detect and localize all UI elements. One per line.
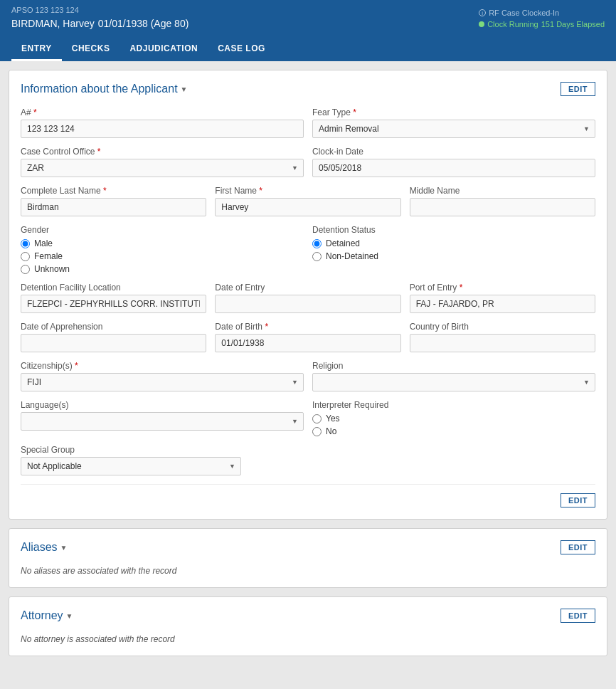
languages-select[interactable] [21, 412, 304, 431]
citizenships-group: Citizenship(s) * FIJI [21, 361, 304, 391]
country-of-birth-label: Country of Birth [410, 322, 595, 332]
date-of-apprehension-label: Date of Apprehension [21, 322, 206, 332]
special-group-select[interactable]: Not Applicable [21, 457, 241, 475]
languages-group: Language(s) [21, 400, 304, 436]
religion-select-wrapper [312, 373, 595, 391]
a-number-group: A# * [21, 107, 304, 138]
middle-name-label: Middle Name [410, 186, 595, 196]
gender-radio-group: Male Female Unknown [21, 237, 304, 274]
case-control-office-group: Case Control Office * ZAR [21, 147, 304, 177]
fear-type-select-wrapper: Admin Removal [312, 120, 595, 138]
last-name-label: Complete Last Name * [21, 186, 206, 196]
middle-name-group: Middle Name [410, 186, 595, 216]
info-icon: i [479, 9, 486, 16]
attorney-section-header: Attorney ▼ EDIT [21, 609, 595, 623]
aliases-section-header: Aliases ▼ EDIT [21, 540, 595, 554]
applicant-section: Information about the Applicant ▼ EDIT A… [9, 70, 607, 520]
nav-adjudication[interactable]: ADJUDICATION [120, 38, 208, 61]
attorney-empty-note: No attorney is associated with the recor… [21, 634, 595, 644]
apso-number: APSO 123 123 124 [11, 6, 188, 14]
attorney-caret-icon: ▼ [66, 612, 73, 620]
country-of-birth-group: Country of Birth [410, 322, 595, 352]
case-control-select[interactable]: ZAR [21, 159, 304, 177]
applicant-edit-button-bottom[interactable]: EDIT [561, 493, 595, 507]
detention-detained[interactable]: Detained [312, 238, 595, 248]
gender-unknown[interactable]: Unknown [21, 264, 304, 274]
aliases-section: Aliases ▼ EDIT No aliases are associated… [9, 528, 607, 588]
applicant-edit-button[interactable]: EDIT [561, 82, 595, 96]
clock-in-date-group: Clock-in Date [312, 147, 595, 177]
port-of-entry-input[interactable] [410, 295, 595, 313]
interpreter-required-label: Interpreter Required [312, 400, 595, 410]
last-name-input[interactable] [21, 198, 206, 216]
rf-case-label: i RF Case Clocked-In [479, 9, 605, 17]
languages-label: Language(s) [21, 400, 304, 410]
nav-entry[interactable]: ENTRY [11, 38, 62, 61]
middle-name-input[interactable] [410, 198, 595, 216]
main-nav: ENTRY CHECKS ADJUDICATION CASE LOG [11, 38, 605, 61]
date-of-entry-group: Date of Entry [215, 283, 400, 313]
citizenships-label: Citizenship(s) * [21, 361, 304, 371]
applicant-bottom-edit: EDIT [21, 484, 595, 507]
interpreter-required-group: Interpreter Required Yes No [312, 400, 595, 436]
a-number-input[interactable] [21, 120, 304, 138]
port-of-entry-label: Port of Entry * [410, 283, 595, 293]
date-of-apprehension-group: Date of Apprehension [21, 322, 206, 352]
interpreter-radio-group: Yes No [312, 412, 595, 436]
religion-group: Religion [312, 361, 595, 391]
fear-type-select[interactable]: Admin Removal [312, 120, 595, 138]
detention-non-detained[interactable]: Non-Detained [312, 251, 595, 261]
attorney-edit-button[interactable]: EDIT [561, 609, 595, 623]
citizenships-select[interactable]: FIJI [21, 373, 304, 391]
last-name-group: Complete Last Name * [21, 186, 206, 216]
gender-group: Gender Male Female Unknown [21, 225, 304, 274]
aliases-caret-icon: ▼ [60, 544, 68, 552]
country-of-birth-input[interactable] [410, 334, 595, 352]
case-control-office-label: Case Control Office * [21, 147, 304, 157]
applicant-section-header: Information about the Applicant ▼ EDIT [21, 82, 595, 96]
dob-age: 01/01/1938 (Age 80) [98, 18, 189, 29]
date-of-entry-input[interactable] [215, 295, 400, 313]
clock-in-date-input[interactable] [312, 159, 595, 177]
clock-icon [479, 21, 484, 27]
date-of-birth-label: Date of Birth * [215, 322, 400, 332]
detention-facility-label: Detention Facility Location [21, 283, 206, 293]
fear-type-label: Fear Type * [312, 107, 595, 117]
nav-case-log[interactable]: CASE LOG [208, 38, 275, 61]
first-name-label: First Name * [215, 186, 400, 196]
port-of-entry-group: Port of Entry * [410, 283, 595, 313]
clock-status: Clock Running 151 Days Elapsed [479, 20, 605, 28]
detention-facility-group: Detention Facility Location [21, 283, 206, 313]
citizenships-select-wrapper: FIJI [21, 373, 304, 391]
gender-label: Gender [21, 225, 304, 235]
gender-female[interactable]: Female [21, 251, 304, 261]
detention-status-label: Detention Status [312, 225, 595, 235]
header: APSO 123 123 124 BIRDMAN, Harvey 01/01/1… [0, 0, 616, 61]
attorney-section-title: Attorney ▼ [21, 609, 73, 622]
detention-status-group: Detention Status Detained Non-Detained [312, 225, 595, 274]
caret-icon: ▼ [181, 85, 188, 93]
special-group-group: Special Group Not Applicable [21, 445, 241, 475]
detention-status-radio-group: Detained Non-Detained [312, 237, 595, 261]
religion-select[interactable] [312, 373, 595, 391]
nav-checks[interactable]: CHECKS [62, 38, 120, 61]
first-name-input[interactable] [215, 198, 400, 216]
detention-facility-input[interactable] [21, 295, 206, 313]
name-bold: BIRDMAN, Harvey [11, 18, 95, 29]
date-of-birth-input[interactable] [215, 334, 400, 352]
special-group-label: Special Group [21, 445, 241, 455]
interpreter-no[interactable]: No [312, 426, 595, 436]
date-of-birth-group: Date of Birth * [215, 322, 400, 352]
religion-label: Religion [312, 361, 595, 371]
applicant-name: BIRDMAN, Harvey 01/01/1938 (Age 80) [11, 16, 188, 31]
interpreter-yes[interactable]: Yes [312, 414, 595, 424]
applicant-section-title: Information about the Applicant ▼ [21, 83, 188, 95]
case-control-select-wrapper: ZAR [21, 159, 304, 177]
aliases-edit-button[interactable]: EDIT [561, 540, 595, 554]
gender-male[interactable]: Male [21, 238, 304, 248]
clock-in-date-label: Clock-in Date [312, 147, 595, 157]
date-of-apprehension-input[interactable] [21, 334, 206, 352]
aliases-section-title: Aliases ▼ [21, 541, 67, 554]
main-content: Information about the Applicant ▼ EDIT A… [0, 61, 616, 673]
date-of-entry-label: Date of Entry [215, 283, 400, 293]
